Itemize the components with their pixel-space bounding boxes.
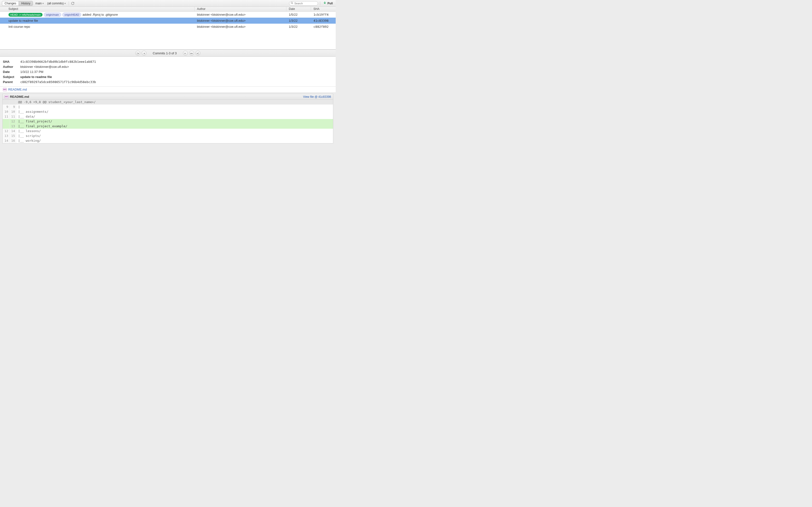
- commit-sha: 41c83398: [311, 19, 336, 22]
- pager-fwd-icon[interactable]: ▸▸: [189, 51, 194, 56]
- pull-label: Pull: [327, 2, 333, 5]
- col-date[interactable]: Date: [286, 7, 311, 11]
- detail-date: 1/3/22 11:37 PM: [20, 69, 43, 74]
- filter-label: (all commits): [47, 2, 63, 5]
- pager-prev-icon[interactable]: ◂: [142, 51, 146, 56]
- detail-parent: c882f89297a5dce85086571f71c96b4d58ebc33b: [20, 79, 96, 84]
- commit-date: 1/3/22: [286, 19, 311, 22]
- diff-line: 1315|__ scripts/: [3, 133, 333, 138]
- commit-author: btskinner <btskinner@coe.ufl.edu>: [195, 19, 286, 22]
- changes-tab[interactable]: Changes: [2, 1, 18, 6]
- commit-sha: 1cb19ff4: [311, 13, 336, 16]
- diff-panel: MD README.md View file @ 41c83398 ..@@ -…: [2, 94, 333, 144]
- col-subject[interactable]: Subject: [6, 7, 195, 11]
- pull-arrow-icon: [323, 1, 326, 5]
- chevron-down-icon: ▾: [64, 2, 66, 5]
- view-toggle: Changes History: [2, 1, 33, 6]
- diff-hunk-header: ..@@ -9,6 +9,8 @@ student_<your_last_nam…: [3, 100, 333, 105]
- commit-subject: update to readme file: [8, 19, 38, 22]
- diff-line: .12|__ final_project/: [3, 119, 333, 124]
- commit-list: HEAD -> refs/heads/mainorigin/mainorigin…: [0, 12, 336, 50]
- detail-sha: 41c83398b0662bfdbd0b1db0fc882b1eee1ab871: [20, 59, 96, 64]
- commit-detail: SHA 41c83398b0662bfdbd0b1db0fc882b1eee1a…: [0, 57, 336, 87]
- diff-line: 1416|__ working/: [3, 138, 333, 143]
- detail-author-label: Author: [3, 64, 15, 69]
- diff-line: 1111|__ data/: [3, 114, 333, 119]
- search-icon: [291, 2, 293, 5]
- detail-subject: update to readme file: [20, 74, 52, 79]
- commit-subject: added .Rproj to .gitignore: [83, 13, 118, 16]
- detail-author: btskinner <btskinner@coe.ufl.edu>: [20, 64, 69, 69]
- commit-subject: Init course repo: [8, 25, 30, 29]
- commit-author: btskinner <btskinner@coe.ufl.edu>: [195, 13, 286, 16]
- diff-line: 1214|__ lessons/: [3, 129, 333, 133]
- ref-tag-head: HEAD -> refs/heads/main: [8, 13, 43, 17]
- pull-button[interactable]: Pull: [322, 1, 334, 6]
- search-box[interactable]: [289, 1, 318, 6]
- diff-header: MD README.md View file @ 41c83398: [3, 94, 333, 100]
- pager-next-icon[interactable]: ▸: [183, 51, 188, 56]
- chevron-down-icon: ▾: [43, 2, 44, 5]
- commit-row[interactable]: Init course repobtskinner <btskinner@coe…: [0, 24, 336, 30]
- detail-subject-label: Subject: [3, 74, 15, 79]
- commit-author: btskinner <btskinner@coe.ufl.edu>: [195, 25, 286, 29]
- commit-row[interactable]: HEAD -> refs/heads/mainorigin/mainorigin…: [0, 12, 336, 18]
- ref-tag-remote: origin/main: [44, 12, 61, 17]
- pager: |◂ ◂ Commits 1-3 of 3 ▸ ▸▸ ▸|: [0, 50, 336, 57]
- pager-first-icon[interactable]: |◂: [135, 51, 140, 56]
- commit-date: 1/5/22: [286, 13, 311, 16]
- commit-list-header: Subject Author Date SHA: [0, 7, 336, 12]
- changed-file-row: MD README.md: [0, 87, 336, 92]
- col-sha[interactable]: SHA: [311, 7, 336, 11]
- pager-last-icon[interactable]: ▸|: [196, 51, 200, 56]
- diff-line: 1010|__ assignments/: [3, 109, 333, 114]
- markdown-file-icon: MD: [3, 88, 7, 91]
- markdown-file-icon: MD: [5, 95, 8, 99]
- changed-file-link[interactable]: README.md: [8, 88, 27, 91]
- commit-date: 1/3/22: [286, 25, 311, 29]
- detail-sha-label: SHA: [3, 59, 15, 64]
- commit-sha: c882f892: [311, 25, 336, 29]
- commit-filter[interactable]: (all commits) ▾: [46, 1, 67, 6]
- diff-filename: README.md: [10, 95, 29, 99]
- pager-text: Commits 1-3 of 3: [153, 51, 176, 55]
- ref-tag-remote: origin/HEAD: [62, 12, 82, 17]
- svg-line-1: [292, 3, 293, 4]
- view-file-link[interactable]: View file @ 41c83398: [303, 95, 331, 99]
- commit-row[interactable]: update to readme filebtskinner <btskinne…: [0, 18, 336, 24]
- diff-body: ..@@ -9,6 +9,8 @@ student_<your_last_nam…: [3, 100, 333, 143]
- branch-name: main: [35, 2, 42, 5]
- refresh-icon[interactable]: [71, 1, 75, 5]
- toolbar: Changes History main ▾ (all commits) ▾: [0, 0, 336, 7]
- col-author[interactable]: Author: [195, 7, 286, 11]
- detail-date-label: Date: [3, 69, 15, 74]
- history-tab[interactable]: History: [18, 1, 33, 6]
- svg-point-0: [291, 2, 292, 3]
- branch-selector[interactable]: main ▾: [34, 1, 45, 6]
- detail-parent-label: Parent: [3, 79, 15, 84]
- diff-line: 99|: [3, 105, 333, 109]
- diff-line: .13|__ final_project_example/: [3, 124, 333, 129]
